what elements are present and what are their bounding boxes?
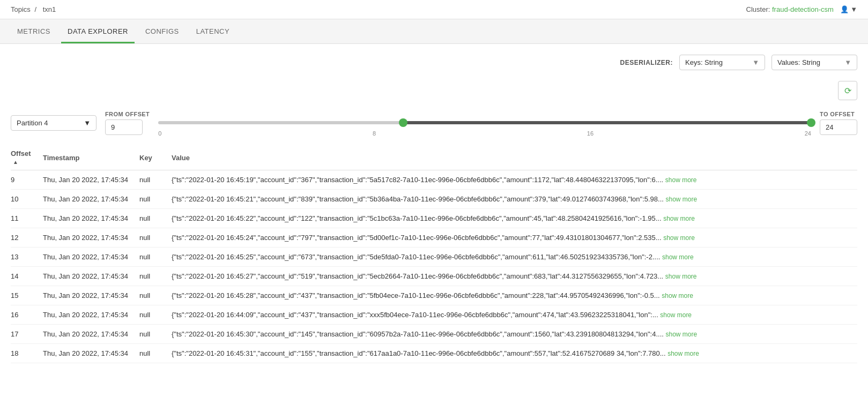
from-offset-label: FROM OFFSET [105,111,150,117]
cell-key: null [139,170,172,190]
col-header-timestamp: Timestamp [43,145,139,170]
values-deserializer-dropdown[interactable]: Values: String ▼ [771,55,857,70]
cluster-label: Cluster: [746,5,770,13]
cell-offset: 15 [11,286,43,305]
keys-deserializer-value: Keys: String [685,58,723,66]
cell-value: {"ts":"2022-01-20 16:45:22","account_id"… [172,209,857,228]
partition-chevron-icon: ▼ [84,119,91,127]
table-row: 12 Thu, Jan 20 2022, 17:45:34 null {"ts"… [11,228,857,248]
to-offset-group: TO OFFSET [820,111,857,135]
table-row: 14 Thu, Jan 20 2022, 17:45:34 null {"ts"… [11,267,857,286]
cell-offset: 18 [11,344,43,363]
cell-key: null [139,248,172,267]
col-header-offset[interactable]: Offset ▲ [11,145,43,170]
controls-row: ⟳ [11,81,857,100]
tab-latency[interactable]: LATENCY [190,20,236,43]
cell-timestamp: Thu, Jan 20 2022, 17:45:34 [43,267,139,286]
show-more-link[interactable]: show more [660,311,692,319]
tab-configs[interactable]: CONFIGS [139,20,186,43]
slider-label-16: 16 [587,130,593,137]
table-body: 9 Thu, Jan 20 2022, 17:45:34 null {"ts":… [11,170,857,363]
slider-from-thumb[interactable] [399,118,407,127]
cell-value: {"ts":"2022-01-20 16:45:21","account_id"… [172,190,857,209]
tab-metrics[interactable]: METRICS [11,20,57,43]
cell-key: null [139,209,172,228]
show-more-link[interactable]: show more [663,215,695,222]
cell-value: {"ts":"2022-01-20 16:45:28","account_id"… [172,286,857,305]
partition-dropdown[interactable]: Partition 4 ▼ [11,115,97,131]
table-header-row: Offset ▲ Timestamp Key Value [11,145,857,170]
cell-key: null [139,267,172,286]
tab-data-explorer[interactable]: DATA EXPLORER [61,20,135,43]
cell-timestamp: Thu, Jan 20 2022, 17:45:34 [43,209,139,228]
show-more-link[interactable]: show more [662,292,693,299]
deserializer-label: DESERIALIZER: [620,59,673,66]
slider-to-thumb[interactable] [807,118,815,127]
cluster-name[interactable]: fraud-detection-csm [772,5,834,13]
show-more-link[interactable]: show more [666,196,698,203]
breadcrumb: Topics / txn1 [11,5,58,13]
show-more-link[interactable]: show more [665,273,697,280]
keys-deserializer-dropdown[interactable]: Keys: String ▼ [679,55,765,70]
main-content: DESERIALIZER: Keys: String ▼ Values: Str… [0,44,868,397]
cell-timestamp: Thu, Jan 20 2022, 17:45:34 [43,170,139,190]
show-more-link[interactable]: show more [667,350,699,357]
cell-timestamp: Thu, Jan 20 2022, 17:45:34 [43,248,139,267]
refresh-icon: ⟳ [844,86,851,96]
slider-label-8: 8 [373,130,376,137]
cell-offset: 14 [11,267,43,286]
sort-arrow-offset: ▲ [13,159,18,165]
breadcrumb-separator: / [34,5,36,13]
cell-value: {"ts":"2022-01-20 16:44:09","account_id"… [172,305,857,325]
show-more-link[interactable]: show more [662,253,694,261]
table-row: 15 Thu, Jan 20 2022, 17:45:34 null {"ts"… [11,286,857,305]
tabs-bar: METRICS DATA EXPLORER CONFIGS LATENCY [0,19,868,44]
cell-offset: 10 [11,190,43,209]
top-bar: Topics / txn1 Cluster: fraud-detection-c… [0,0,868,19]
cell-offset: 9 [11,170,43,190]
offset-slider[interactable] [158,117,811,128]
cell-key: null [139,305,172,325]
cell-key: null [139,325,172,344]
cell-value: {"ts":"2022-01-20 16:45:30","account_id"… [172,325,857,344]
values-deserializer-value: Values: String [777,58,820,66]
cell-offset: 17 [11,325,43,344]
partition-value: Partition 4 [17,119,48,127]
data-table: Offset ▲ Timestamp Key Value 9 Thu, Jan … [11,145,857,363]
cell-key: null [139,344,172,363]
cell-key: null [139,286,172,305]
cell-offset: 11 [11,209,43,228]
col-header-key: Key [139,145,172,170]
table-row: 18 Thu, Jan 20 2022, 17:45:34 null {"ts"… [11,344,857,363]
cell-timestamp: Thu, Jan 20 2022, 17:45:34 [43,190,139,209]
show-more-link[interactable]: show more [663,234,695,242]
keys-chevron-icon: ▼ [752,58,759,66]
user-menu[interactable]: 👤 ▼ [840,5,857,13]
cell-timestamp: Thu, Jan 20 2022, 17:45:34 [43,286,139,305]
slider-label-0: 0 [158,130,161,137]
breadcrumb-topics[interactable]: Topics [11,5,31,13]
breadcrumb-topic: txn1 [43,5,56,13]
cell-timestamp: Thu, Jan 20 2022, 17:45:34 [43,344,139,363]
refresh-button[interactable]: ⟳ [838,81,857,100]
to-offset-label: TO OFFSET [820,111,857,117]
cell-offset: 12 [11,228,43,248]
to-offset-input[interactable] [820,119,857,135]
from-offset-input[interactable] [105,119,143,135]
show-more-link[interactable]: show more [666,331,698,338]
deserializer-row: DESERIALIZER: Keys: String ▼ Values: Str… [11,55,857,70]
cell-offset: 13 [11,248,43,267]
slider-fill [403,121,811,124]
slider-labels: 0 8 16 24 [158,130,811,137]
table-row: 13 Thu, Jan 20 2022, 17:45:34 null {"ts"… [11,248,857,267]
partition-offset-row: Partition 4 ▼ FROM OFFSET 0 8 16 [11,109,857,137]
offset-slider-container: 0 8 16 24 [158,109,811,137]
cell-offset: 16 [11,305,43,325]
cell-value: {"ts":"2022-01-20 16:45:25","account_id"… [172,248,857,267]
show-more-link[interactable]: show more [665,176,697,184]
cell-key: null [139,190,172,209]
cell-timestamp: Thu, Jan 20 2022, 17:45:34 [43,305,139,325]
table-row: 9 Thu, Jan 20 2022, 17:45:34 null {"ts":… [11,170,857,190]
slider-label-24: 24 [805,130,811,137]
cell-value: {"ts":"2022-01-20 16:45:19","account_id"… [172,170,857,190]
